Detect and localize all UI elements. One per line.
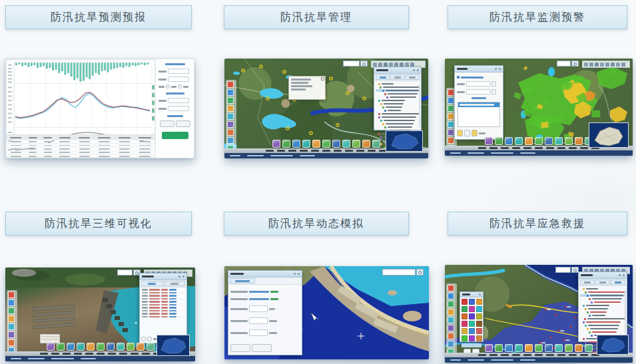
close-icon[interactable] [298,273,300,275]
minimize-icon[interactable] [413,69,415,71]
calendar-icon[interactable] [491,81,496,87]
pick-on-map-link[interactable] [249,298,269,300]
tree-tab[interactable] [406,75,420,80]
toolbar-icon[interactable] [389,63,393,67]
layer-checkbox[interactable] [589,315,591,317]
forecast-data-table[interactable] [6,134,155,158]
module-title-monitoring[interactable]: 防汛抗旱监测预警 [448,5,627,29]
table-row[interactable] [6,158,155,158]
search-input[interactable] [343,61,360,67]
layer-checkbox[interactable] [384,126,386,128]
radio-option[interactable] [178,85,182,89]
detail-link[interactable] [169,316,176,318]
dock-app-icon[interactable] [555,344,563,352]
map-tool-icon[interactable] [8,323,15,330]
dock-app-icon[interactable] [515,344,523,352]
close-icon[interactable] [623,274,625,276]
close-icon[interactable] [182,275,184,277]
rescue-symbol-icon[interactable] [469,321,475,327]
minimize-icon[interactable] [294,273,296,275]
dock-app-icon[interactable] [525,137,533,145]
tree-tab[interactable] [376,75,390,80]
layer-tree-item[interactable] [376,96,420,98]
layer-checkbox[interactable] [585,291,587,293]
close-icon[interactable] [417,69,419,71]
layer-checkbox[interactable] [587,295,589,297]
layer-tree-item[interactable] [376,92,420,95]
search-icon[interactable] [416,269,424,275]
calendar-icon[interactable] [491,89,496,94]
layer-checkbox[interactable] [382,90,384,92]
rescue-symbol-icon[interactable] [476,306,482,312]
overview-inset-map[interactable] [589,122,629,148]
start-simulation-button[interactable] [230,344,250,352]
map-tool-icon[interactable] [8,331,15,338]
rescue-symbol-icon[interactable] [469,313,475,319]
result-row[interactable] [142,304,184,306]
close-icon[interactable] [321,77,324,81]
layer-checkbox[interactable] [380,136,382,138]
result-row[interactable] [142,310,184,312]
layer-tree-item[interactable] [580,327,625,330]
rescue-symbol-icon[interactable] [469,328,475,334]
simulation-tab[interactable] [230,278,255,283]
dock-app-icon[interactable] [117,343,125,351]
overview-inset-map[interactable] [157,335,190,356]
rescue-symbol-icon[interactable] [476,299,482,305]
layer-checkbox[interactable] [585,341,587,343]
map-tool-icon[interactable] [448,105,454,112]
layer-tree-item[interactable] [580,317,625,320]
layer-tree-item[interactable] [580,321,625,323]
dock-app-icon[interactable] [107,343,115,351]
layer-tree-item[interactable] [376,119,420,122]
monitoring-screenshot[interactable] [445,59,633,156]
map-tool-icon[interactable] [448,301,454,307]
layer-tree-item[interactable] [376,126,420,128]
clear-results-button[interactable] [252,344,272,352]
detail-link[interactable] [169,313,176,315]
layer-checkbox[interactable] [591,301,593,303]
rescue-screenshot[interactable] [445,265,633,363]
toolbar-icon[interactable] [400,63,404,67]
dock-app-icon[interactable] [332,140,340,148]
dock-app-icon[interactable] [147,343,155,351]
toolbar-icon[interactable] [605,63,609,67]
toolbar-icon[interactable] [394,63,398,67]
module-title-viz3d[interactable]: 防汛抗旱三维可视化 [5,212,192,236]
detail-link[interactable] [169,292,176,294]
layer-tree-item[interactable] [376,116,420,118]
layer-checkbox[interactable] [382,106,384,108]
toolbar-icon[interactable] [405,63,409,67]
detail-link[interactable] [169,289,176,291]
map-tool-icon[interactable] [448,333,454,339]
layer-checkbox[interactable] [583,288,585,290]
pager-prev[interactable] [147,337,152,341]
close-icon[interactable] [479,293,481,295]
text-input[interactable] [168,106,189,111]
overview-inset-map[interactable] [597,335,629,355]
dock-app-icon[interactable] [302,140,310,148]
map-tool-icon[interactable] [448,309,454,315]
layer-tree-item[interactable] [580,311,625,313]
viz3d-screenshot[interactable] [5,268,195,361]
toolbar-icon[interactable] [616,63,620,67]
legend-button[interactable] [464,130,470,136]
rescue-symbol-icon[interactable] [462,299,468,305]
select-input[interactable] [168,69,189,74]
management-screenshot[interactable] [224,59,428,158]
result-item-selected[interactable] [458,102,499,107]
layer-checkbox[interactable] [583,305,585,307]
result-row[interactable] [142,298,184,300]
layer-checkbox[interactable] [384,110,386,112]
select-input[interactable] [168,77,189,82]
map-tool-icon[interactable] [8,307,15,314]
dock-app-icon[interactable] [565,344,573,352]
module-title-forecast[interactable]: 防汛抗旱预测预报 [5,5,192,29]
minimize-icon[interactable] [178,275,180,277]
rescue-symbol-icon[interactable] [476,335,482,341]
rescue-symbol-icon[interactable] [462,313,468,319]
layer-tree-item[interactable] [580,324,625,327]
search-input[interactable] [555,267,571,273]
start-date-input[interactable] [466,81,490,87]
layer-checkbox[interactable] [587,328,589,330]
